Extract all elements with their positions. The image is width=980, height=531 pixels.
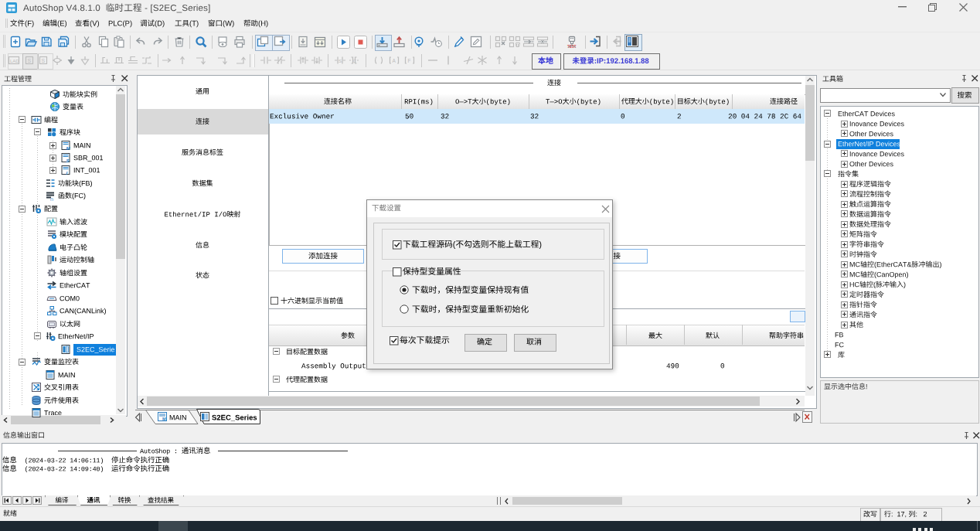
svg-text:TEST: TEST	[567, 45, 577, 49]
svg-text:S: S	[42, 58, 46, 63]
svg-text:(): ()	[50, 197, 53, 202]
svg-text:M: M	[66, 146, 71, 151]
svg-text:S: S	[28, 58, 32, 63]
svg-text:S: S	[66, 158, 70, 163]
svg-text:S: S	[339, 59, 342, 63]
svg-text:M: M	[162, 417, 166, 421]
svg-text:LAD: LAD	[10, 59, 19, 63]
svg-text:F: F	[408, 58, 411, 63]
svg-text:A: A	[393, 58, 396, 63]
svg-text:C: C	[353, 59, 357, 63]
